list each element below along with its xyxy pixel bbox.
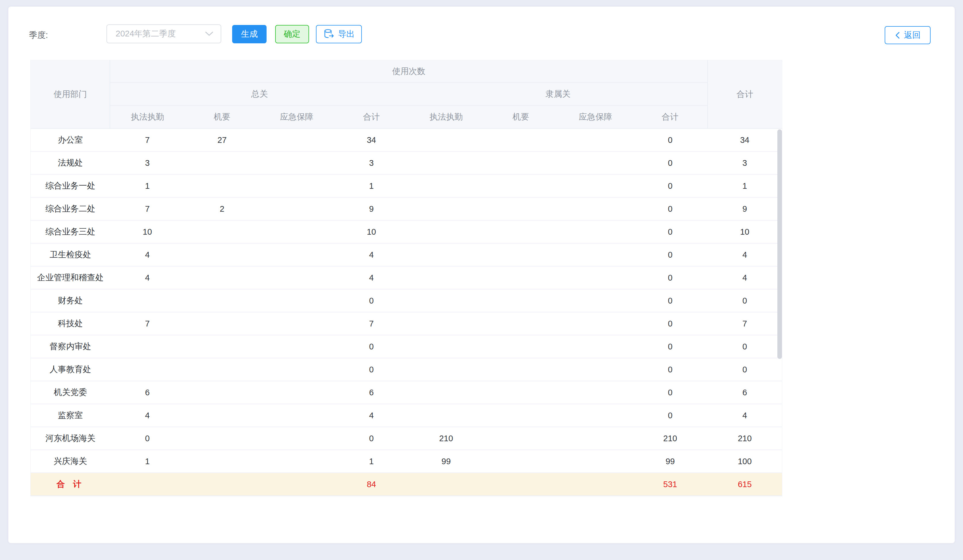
value-cell [483, 128, 558, 152]
value-cell [185, 335, 259, 358]
value-cell [259, 404, 334, 427]
value-cell [259, 197, 334, 220]
value-cell: 4 [110, 404, 185, 427]
value-cell [558, 220, 633, 243]
value-cell [409, 358, 483, 381]
header-total-column: 合计 [708, 60, 782, 128]
table-header: 使用部门 使用次数 合计 总关 隶属关 执法执勤 机要 应急保障 合计 执法执勤… [31, 60, 782, 128]
value-cell [483, 175, 558, 197]
chevron-left-icon [895, 31, 900, 39]
value-cell [409, 197, 483, 220]
value-cell [409, 266, 483, 289]
header-sub-column: 执法执勤 [110, 105, 185, 128]
value-cell [259, 335, 334, 358]
value-cell: 0 [633, 266, 707, 289]
department-cell: 办公室 [31, 128, 110, 152]
quarter-select-value: 2024年第二季度 [116, 28, 176, 40]
generate-button[interactable]: 生成 [232, 25, 267, 43]
value-cell: 1 [708, 175, 782, 197]
confirm-button[interactable]: 确定 [275, 25, 309, 43]
value-cell: 9 [708, 197, 782, 220]
table-scrollbar-thumb[interactable] [777, 129, 782, 359]
value-cell: 6 [334, 381, 409, 404]
department-cell: 财务处 [31, 289, 110, 312]
value-cell [483, 243, 558, 266]
value-cell [558, 175, 633, 197]
value-cell [259, 243, 334, 266]
value-cell: 0 [334, 358, 409, 381]
value-cell [483, 404, 558, 427]
table-row: 法规处3303 [31, 152, 782, 175]
value-cell: 0 [633, 335, 707, 358]
value-cell [409, 289, 483, 312]
value-cell: 7 [110, 312, 185, 335]
back-button[interactable]: 返回 [885, 26, 931, 44]
report-card: 季度: 2024年第二季度 生成 确定 导出 返回 [8, 6, 955, 543]
value-cell [558, 197, 633, 220]
table-row: 兴庆海关119999100 [31, 450, 782, 473]
department-cell: 科技处 [31, 312, 110, 335]
value-cell [483, 312, 558, 335]
value-cell: 7 [334, 312, 409, 335]
department-cell: 综合业务三处 [31, 220, 110, 243]
value-cell [483, 152, 558, 175]
value-cell [185, 358, 259, 381]
value-cell [409, 243, 483, 266]
table-row: 财务处000 [31, 289, 782, 312]
table-row: 督察内审处000 [31, 335, 782, 358]
value-cell [409, 220, 483, 243]
value-cell: 3 [708, 152, 782, 175]
value-cell [259, 289, 334, 312]
value-cell: 7 [708, 312, 782, 335]
value-cell: 0 [633, 220, 707, 243]
value-cell: 4 [708, 243, 782, 266]
value-cell: 4 [334, 243, 409, 266]
value-cell [409, 473, 483, 496]
value-cell: 210 [409, 427, 483, 450]
value-cell: 34 [334, 128, 409, 152]
value-cell [110, 289, 185, 312]
value-cell [259, 427, 334, 450]
value-cell [409, 152, 483, 175]
value-cell [409, 335, 483, 358]
value-cell [185, 450, 259, 473]
value-cell: 0 [708, 335, 782, 358]
value-cell [110, 335, 185, 358]
value-cell: 4 [110, 243, 185, 266]
department-cell: 河东机场海关 [31, 427, 110, 450]
header-usage-group: 使用次数 [110, 60, 707, 83]
export-button-label: 导出 [338, 28, 355, 40]
quarter-select[interactable]: 2024年第二季度 [107, 24, 221, 43]
value-cell [185, 175, 259, 197]
value-cell: 0 [708, 289, 782, 312]
value-cell: 210 [708, 427, 782, 450]
department-cell: 督察内审处 [31, 335, 110, 358]
value-cell: 100 [708, 450, 782, 473]
value-cell [483, 427, 558, 450]
export-button[interactable]: 导出 [316, 25, 362, 43]
department-cell: 机关党委 [31, 381, 110, 404]
value-cell [259, 473, 334, 496]
value-cell [558, 266, 633, 289]
value-cell: 1 [334, 450, 409, 473]
value-cell [110, 473, 185, 496]
department-cell: 人事教育处 [31, 358, 110, 381]
value-cell [558, 427, 633, 450]
value-cell [259, 175, 334, 197]
header-sub-column: 机要 [483, 105, 558, 128]
value-cell [259, 450, 334, 473]
table-row: 综合业务二处72909 [31, 197, 782, 220]
table-row: 办公室72734034 [31, 128, 782, 152]
header-subordinate-group: 隶属关 [409, 83, 708, 105]
value-cell: 0 [633, 175, 707, 197]
table-row: 人事教育处000 [31, 358, 782, 381]
value-cell [409, 404, 483, 427]
value-cell [558, 128, 633, 152]
value-cell [185, 289, 259, 312]
value-cell: 84 [334, 473, 409, 496]
value-cell [259, 152, 334, 175]
table-row: 机关党委6606 [31, 381, 782, 404]
value-cell: 1 [334, 175, 409, 197]
value-cell [185, 427, 259, 450]
value-cell: 2 [185, 197, 259, 220]
